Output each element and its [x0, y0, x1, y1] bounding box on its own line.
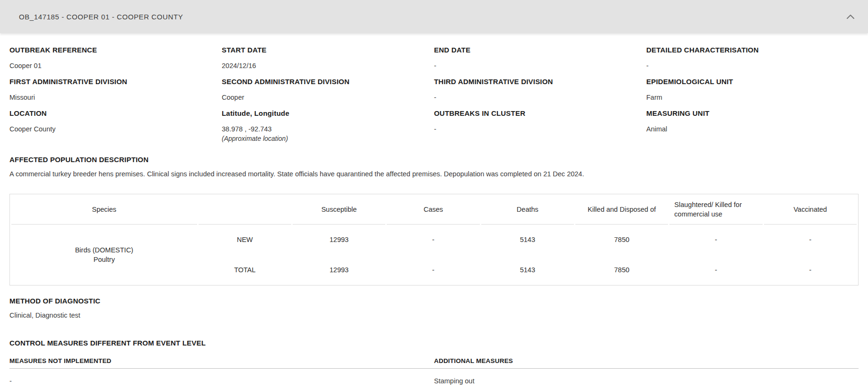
field-label: FIRST ADMINISTRATIVE DIVISION	[9, 77, 222, 86]
species-name-cell: Birds (DOMESTIC) Poultry	[11, 225, 197, 285]
field-second-admin-division: SECOND ADMINISTRATIVE DIVISION Cooper	[222, 77, 434, 102]
affected-population-section: AFFECTED POPULATION DESCRIPTION A commer…	[9, 156, 859, 179]
affected-population-text: A commercial turkey breeder hens premise…	[9, 169, 859, 179]
method-of-diagnostic-section: METHOD OF DIAGNOSTIC Clinical, Diagnosti…	[9, 297, 859, 320]
field-value: Animal	[646, 124, 859, 134]
col-header-slaughtered: Slaughtered/ Killed for commercial use	[669, 194, 762, 225]
col-header-vaccinated: Vaccinated	[764, 194, 857, 225]
field-label: OUTBREAKS IN CLUSTER	[434, 109, 646, 118]
cases-cell: -	[387, 225, 479, 255]
vaccinated-cell: -	[764, 225, 857, 255]
outbreak-title: OB_147185 - COOPER 01 - COOPER COUNTY	[19, 13, 183, 21]
field-latitude-longitude: Latitude, Longitude 38.978 , -92.743 (Ap…	[222, 109, 434, 143]
field-epidemiological-unit: EPIDEMIOLOGICAL UNIT Farm	[646, 77, 859, 102]
field-label: MEASURING UNIT	[646, 109, 859, 118]
field-location: LOCATION Cooper County	[9, 109, 222, 143]
control-measures-value-row: - Stamping out	[9, 377, 859, 385]
field-value: Missouri	[9, 93, 222, 102]
deaths-cell: 5143	[481, 225, 574, 255]
field-label: DETAILED CHARACTERISATION	[646, 45, 859, 55]
species-table-header-row: Species Susceptible Cases Deaths Killed …	[11, 194, 857, 225]
field-value: -	[434, 93, 646, 102]
chevron-up-icon[interactable]	[843, 11, 858, 22]
slaughtered-cell: -	[669, 255, 762, 285]
row-type-cell: NEW	[199, 225, 291, 255]
approximate-location-note: (Approximate location)	[222, 134, 434, 143]
field-measuring-unit: MEASURING UNIT Animal	[646, 109, 859, 143]
field-value: -	[434, 61, 646, 70]
col-header-susceptible: Susceptible	[293, 194, 385, 225]
fields-grid: OUTBREAK REFERENCE Cooper 01 START DATE …	[9, 45, 859, 150]
field-label: EPIDEMIOLOGICAL UNIT	[646, 77, 859, 86]
species-quantities-table: Species Susceptible Cases Deaths Killed …	[9, 194, 859, 285]
field-value: -	[434, 124, 646, 134]
col-header-deaths: Deaths	[481, 194, 574, 225]
species-name: Birds (DOMESTIC)	[13, 245, 195, 255]
col-header-cases: Cases	[387, 194, 479, 225]
field-label: SECOND ADMINISTRATIVE DIVISION	[222, 77, 434, 86]
susceptible-cell: 12993	[293, 225, 385, 255]
field-label: OUTBREAK REFERENCE	[9, 45, 222, 55]
species-row-new: Birds (DOMESTIC) Poultry NEW 12993 - 514…	[11, 225, 857, 255]
field-start-date: START DATE 2024/12/16	[222, 45, 434, 70]
field-value: -	[646, 61, 859, 70]
field-outbreak-reference: OUTBREAK REFERENCE Cooper 01	[9, 45, 222, 70]
killed-disposed-cell: 7850	[575, 225, 668, 255]
field-value: Cooper 01	[9, 61, 222, 70]
field-label: END DATE	[434, 45, 646, 55]
killed-disposed-cell: 7850	[575, 255, 668, 285]
field-value: Cooper	[222, 93, 434, 102]
vaccinated-cell: -	[764, 255, 857, 285]
field-detailed-characterisation: DETAILED CHARACTERISATION -	[646, 45, 859, 70]
additional-measures-value: Stamping out	[434, 377, 859, 385]
affected-population-label: AFFECTED POPULATION DESCRIPTION	[9, 156, 859, 164]
field-value: 38.978 , -92.743	[222, 124, 434, 134]
control-measures-title: CONTROL MEASURES DIFFERENT FROM EVENT LE…	[9, 339, 859, 347]
measures-not-implemented-value: -	[9, 377, 434, 385]
measures-not-implemented-label: MEASURES NOT IMPLEMENTED	[9, 357, 434, 364]
control-measures-header-row: MEASURES NOT IMPLEMENTED ADDITIONAL MEAS…	[9, 357, 859, 369]
field-label: THIRD ADMINISTRATIVE DIVISION	[434, 77, 646, 86]
additional-measures-label: ADDITIONAL MEASURES	[434, 357, 859, 364]
field-third-admin-division: THIRD ADMINISTRATIVE DIVISION -	[434, 77, 646, 102]
outbreak-accordion-header[interactable]: OB_147185 - COOPER 01 - COOPER COUNTY	[0, 0, 868, 33]
method-of-diagnostic-label: METHOD OF DIAGNOSTIC	[9, 297, 859, 305]
col-header-killed-disposed: Killed and Disposed of	[575, 194, 668, 225]
outbreak-detail-panel: OUTBREAK REFERENCE Cooper 01 START DATE …	[0, 33, 868, 385]
cases-cell: -	[387, 255, 479, 285]
field-first-admin-division: FIRST ADMINISTRATIVE DIVISION Missouri	[9, 77, 222, 102]
field-value: Farm	[646, 93, 859, 102]
field-label: Latitude, Longitude	[222, 109, 434, 118]
slaughtered-cell: -	[669, 225, 762, 255]
field-value: 2024/12/16	[222, 61, 434, 70]
species-subtype: Poultry	[13, 255, 195, 264]
field-end-date: END DATE -	[434, 45, 646, 70]
col-header-species: Species	[11, 194, 197, 225]
field-outbreaks-in-cluster: OUTBREAKS IN CLUSTER -	[434, 109, 646, 143]
field-value: Cooper County	[9, 124, 222, 134]
method-of-diagnostic-value: Clinical, Diagnostic test	[9, 311, 859, 320]
row-type-cell: TOTAL	[199, 255, 291, 285]
susceptible-cell: 12993	[293, 255, 385, 285]
field-label: LOCATION	[9, 109, 222, 118]
deaths-cell: 5143	[481, 255, 574, 285]
field-label: START DATE	[222, 45, 434, 55]
col-header-row-type	[199, 194, 291, 225]
control-measures-grid: MEASURES NOT IMPLEMENTED ADDITIONAL MEAS…	[9, 357, 859, 385]
